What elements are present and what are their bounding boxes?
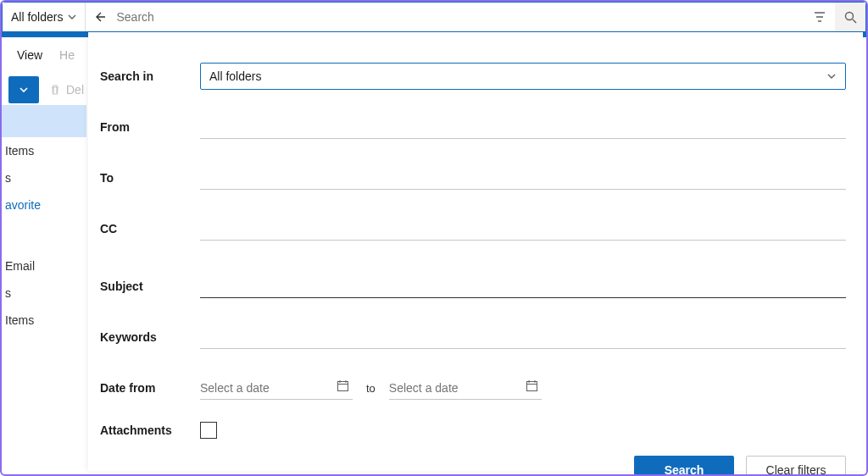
- sidebar-item-inbox[interactable]: [2, 105, 86, 137]
- keywords-label: Keywords: [100, 330, 200, 344]
- menu-help-partial[interactable]: He: [59, 48, 75, 62]
- to-label: To: [100, 171, 200, 185]
- search-bar: All folders: [2, 2, 866, 32]
- folder-sidebar: Items s avorite Email s Items: [2, 105, 86, 334]
- menu-view[interactable]: View: [17, 48, 42, 62]
- cc-input[interactable]: [200, 217, 846, 241]
- sidebar-item[interactable]: Email: [2, 252, 86, 280]
- sidebar-item-favorite[interactable]: avorite: [2, 191, 86, 219]
- date-from-label: Date from: [100, 381, 200, 395]
- advanced-search-panel: Search in All folders From To CC Subject…: [88, 32, 863, 471]
- delete-button-partial: Del: [49, 83, 84, 97]
- attachments-label: Attachments: [100, 423, 200, 437]
- back-button[interactable]: [86, 3, 113, 31]
- date-from-input[interactable]: [200, 376, 353, 400]
- search-input[interactable]: [113, 3, 804, 31]
- search-in-dropdown[interactable]: All folders: [200, 63, 846, 90]
- svg-point-0: [845, 12, 853, 19]
- from-label: From: [100, 120, 200, 134]
- chevron-down-icon: [19, 85, 29, 95]
- subject-label: Subject: [100, 280, 200, 293]
- subject-input[interactable]: [200, 274, 846, 298]
- search-button[interactable]: [835, 3, 865, 31]
- search-icon: [844, 11, 857, 24]
- sidebar-item[interactable]: Items: [2, 137, 86, 164]
- svg-rect-2: [526, 382, 537, 391]
- folder-scope-label: All folders: [11, 10, 63, 24]
- svg-rect-1: [338, 382, 348, 391]
- sidebar-item[interactable]: Items: [2, 307, 86, 334]
- search-submit-button[interactable]: Search: [634, 456, 734, 476]
- attachments-checkbox[interactable]: [200, 422, 217, 439]
- date-range-to: to: [366, 382, 376, 395]
- search-in-label: Search in: [100, 69, 200, 83]
- from-input[interactable]: [200, 115, 846, 139]
- sidebar-item[interactable]: s: [2, 280, 86, 307]
- calendar-icon[interactable]: [526, 379, 538, 392]
- sidebar-item[interactable]: s: [2, 164, 86, 191]
- trash-icon: [49, 84, 61, 96]
- date-to-input[interactable]: [389, 376, 542, 400]
- filter-icon: [814, 11, 826, 23]
- folder-scope-dropdown[interactable]: All folders: [3, 3, 86, 31]
- chevron-down-icon: [68, 13, 76, 21]
- clear-filters-button[interactable]: Clear filters: [746, 456, 846, 476]
- cc-label: CC: [100, 222, 200, 235]
- chevron-down-icon: [826, 71, 837, 81]
- search-in-value: All folders: [209, 69, 261, 83]
- arrow-left-icon: [92, 10, 106, 24]
- to-input[interactable]: [200, 166, 846, 190]
- calendar-icon[interactable]: [337, 379, 349, 392]
- keywords-input[interactable]: [200, 325, 846, 349]
- filter-button[interactable]: [804, 3, 835, 31]
- new-mail-split-button[interactable]: [8, 76, 39, 103]
